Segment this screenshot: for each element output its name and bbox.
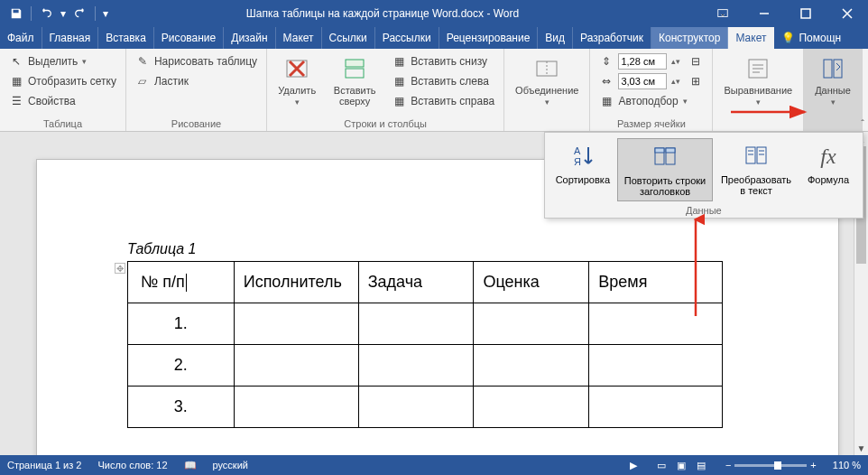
- show-grid-button[interactable]: ▦Отобразить сетку: [5, 72, 120, 90]
- tab-table-layout[interactable]: Макет: [728, 27, 774, 49]
- data-label: Данные: [815, 85, 851, 96]
- header-cell-4[interactable]: Время: [589, 262, 723, 303]
- close-icon[interactable]: [826, 0, 868, 27]
- data-button[interactable]: Данные▾: [809, 52, 856, 129]
- width-input[interactable]: [618, 73, 667, 89]
- zoom-level[interactable]: 110 %: [833, 460, 861, 470]
- alignment-button[interactable]: Выравнивание▾: [718, 52, 798, 129]
- save-icon[interactable]: [9, 6, 23, 21]
- table-row[interactable]: 1.: [128, 303, 723, 345]
- cursor-icon: ↖: [9, 54, 23, 69]
- sort-button[interactable]: АЯ Сортировка: [550, 138, 615, 201]
- insert-right-button[interactable]: ▦Вставить справа: [388, 92, 498, 110]
- merge-label: Объединение: [515, 85, 578, 96]
- cell[interactable]: 2.: [128, 345, 235, 387]
- qat-customize-icon[interactable]: ▾: [103, 7, 108, 20]
- web-layout-icon[interactable]: ▤: [693, 459, 709, 471]
- height-input[interactable]: [618, 53, 667, 70]
- word-count[interactable]: Число слов: 12: [97, 460, 167, 470]
- convert-to-text-button[interactable]: Преобразовать в текст: [715, 138, 798, 201]
- draw-table-button[interactable]: ✎Нарисовать таблицу: [132, 52, 261, 70]
- zoom-slider[interactable]: [734, 464, 807, 467]
- cell[interactable]: 1.: [128, 303, 235, 345]
- svg-rect-18: [655, 148, 664, 153]
- tab-layout[interactable]: Макет: [276, 27, 322, 49]
- text-cursor: [186, 274, 187, 292]
- maximize-icon[interactable]: [785, 0, 826, 27]
- tab-developer[interactable]: Разработчик: [573, 27, 651, 49]
- convert-icon: [742, 142, 771, 171]
- redo-icon[interactable]: [73, 6, 88, 21]
- undo-dropdown-icon[interactable]: ▾: [60, 7, 66, 20]
- tab-insert[interactable]: Вставка: [98, 27, 154, 49]
- insert-left-button[interactable]: ▦Вставить слева: [388, 72, 498, 90]
- spell-check-icon[interactable]: 📖: [184, 460, 197, 471]
- undo-icon[interactable]: [39, 6, 53, 21]
- header-cell-3[interactable]: Оценка: [474, 262, 589, 303]
- print-layout-icon[interactable]: ▣: [673, 459, 689, 471]
- tab-mailings[interactable]: Рассылки: [375, 27, 439, 49]
- autofit-button[interactable]: ▦Автоподбор▾: [596, 92, 706, 110]
- tab-view[interactable]: Вид: [538, 27, 573, 49]
- minimize-icon[interactable]: [743, 0, 785, 27]
- collapse-ribbon-icon[interactable]: ˆ: [861, 118, 864, 129]
- properties-button[interactable]: ☰Свойства: [5, 92, 120, 110]
- group-rows-cols-label: Строки и столбцы: [272, 118, 498, 131]
- svg-rect-4: [346, 69, 364, 78]
- select-button[interactable]: ↖Выделить▾: [5, 52, 120, 70]
- table-anchor-icon[interactable]: ✥: [115, 263, 125, 274]
- read-mode-icon[interactable]: ▭: [653, 459, 669, 471]
- delete-button[interactable]: Удалить▾: [272, 52, 321, 118]
- table-header-row[interactable]: № п/п Исполнитель Задача Оценка Время: [128, 262, 723, 303]
- tab-draw[interactable]: Рисование: [154, 27, 224, 49]
- col-width[interactable]: ⇔▴▾⊞: [596, 72, 706, 90]
- group-data-label: [809, 129, 856, 131]
- table-caption[interactable]: Таблица 1: [127, 241, 748, 257]
- page-indicator[interactable]: Страница 1 из 2: [7, 460, 81, 470]
- window-controls: [702, 0, 868, 27]
- delete-icon: [282, 54, 311, 83]
- status-bar: Страница 1 из 2 Число слов: 12 📖 русский…: [0, 455, 868, 475]
- insert-below-icon: ▦: [392, 54, 406, 69]
- merge-button[interactable]: Объединение▾: [510, 52, 584, 129]
- macro-icon[interactable]: ▶: [630, 460, 637, 471]
- svg-rect-2: [801, 9, 810, 18]
- tab-constructor[interactable]: Конструктор: [651, 27, 728, 49]
- tab-references[interactable]: Ссылки: [322, 27, 375, 49]
- svg-text:Я: Я: [574, 156, 581, 167]
- tell-me[interactable]: 💡 Помощн: [774, 27, 848, 49]
- tab-review[interactable]: Рецензирование: [439, 27, 539, 49]
- window-title: Шапка таблицы на каждой странице Word.do…: [117, 7, 648, 20]
- group-cell-size-label: Размер ячейки: [596, 118, 706, 131]
- ribbon-options-icon[interactable]: [702, 0, 743, 27]
- insert-above-label: Вставить сверху: [332, 85, 377, 107]
- tab-file[interactable]: Файл: [0, 27, 42, 49]
- repeat-header-button[interactable]: Повторить строки заголовков: [617, 138, 713, 201]
- eraser-button[interactable]: ▱Ластик: [132, 72, 261, 90]
- tab-design[interactable]: Дизайн: [224, 27, 275, 49]
- zoom-in-icon[interactable]: +: [810, 460, 816, 470]
- distribute-cols-icon[interactable]: ⊞: [688, 74, 703, 88]
- insert-right-label: Вставить справа: [411, 95, 494, 107]
- insert-below-button[interactable]: ▦Вставить снизу: [388, 52, 498, 70]
- cell[interactable]: 3.: [128, 387, 235, 428]
- properties-icon: ☰: [9, 94, 23, 108]
- language-indicator[interactable]: русский: [213, 460, 248, 470]
- scroll-down-icon[interactable]: ▼: [854, 441, 868, 455]
- table-row[interactable]: 2.: [128, 345, 723, 387]
- insert-above-button[interactable]: Вставить сверху: [327, 52, 383, 118]
- document-table[interactable]: № п/п Исполнитель Задача Оценка Время 1.…: [127, 261, 723, 428]
- header-cell-0[interactable]: № п/п: [141, 273, 185, 291]
- insert-left-label: Вставить слева: [411, 75, 489, 88]
- alignment-label: Выравнивание: [724, 85, 792, 96]
- insert-below-label: Вставить снизу: [411, 55, 487, 68]
- header-cell-1[interactable]: Исполнитель: [234, 262, 358, 303]
- zoom-out-icon[interactable]: −: [725, 460, 731, 470]
- formula-button[interactable]: fx Формула: [799, 138, 857, 201]
- distribute-rows-icon[interactable]: ⊟: [688, 54, 703, 69]
- row-height[interactable]: ⇕▴▾⊟: [596, 52, 706, 70]
- select-label: Выделить: [28, 55, 78, 68]
- table-row[interactable]: 3.: [128, 387, 723, 428]
- tab-home[interactable]: Главная: [42, 27, 99, 49]
- header-cell-2[interactable]: Задача: [358, 262, 474, 303]
